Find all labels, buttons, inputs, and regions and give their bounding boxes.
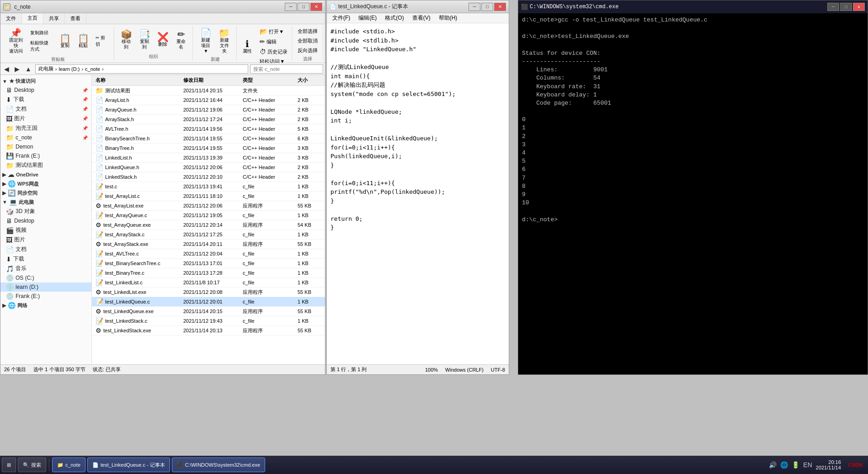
cmd-maximize-btn[interactable]: □ <box>840 3 852 11</box>
search-input[interactable] <box>250 64 323 74</box>
forward-btn[interactable]: ▶ <box>13 64 21 74</box>
sidebar-item-learndrive[interactable]: 💿 learn (D:) <box>0 282 91 292</box>
notepad-minimize-btn[interactable]: ─ <box>469 3 480 11</box>
taskbar-notepad-btn[interactable]: 📄 test_LinkedQueue.c - 记事本 <box>87 458 170 472</box>
rename-btn[interactable]: ✏ 重命名 <box>173 28 189 51</box>
file-row[interactable]: ⚙ test_LinkedList.exe 2021/11/12 20:08 应… <box>92 288 325 297</box>
sidebar-item-video[interactable]: 🎬 视频 <box>0 225 91 235</box>
tab-home[interactable]: 主页 <box>22 13 43 24</box>
explorer-close-btn[interactable]: ✕ <box>310 3 322 11</box>
copy-to-btn[interactable]: 📑 复制到 <box>136 28 153 51</box>
sidebar-item-docs[interactable]: 📄 文档 📌 <box>0 104 91 114</box>
move-to-btn[interactable]: 📦 移动到 <box>118 28 134 51</box>
csdn-icon[interactable]: CSDN <box>848 462 863 468</box>
explorer-maximize-btn[interactable]: □ <box>298 3 309 11</box>
sidebar-item-downloads[interactable]: ⬇ 下载 📌 <box>0 95 91 104</box>
sidebar-item-demon[interactable]: 📁 Demon <box>0 142 91 151</box>
lang-icon[interactable]: EN <box>803 461 812 469</box>
sidebar-onedrive-header[interactable]: ▶ ☁ OneDrive <box>0 170 91 179</box>
paste-btn[interactable]: 📋 粘贴 <box>75 32 91 50</box>
start-button[interactable]: ⊞ <box>2 458 16 472</box>
sidebar-item-desktop2[interactable]: 🖥 Desktop <box>0 216 91 225</box>
sidebar-item-docs2[interactable]: 📄 文档 <box>0 245 91 254</box>
menu-view[interactable]: 查看(V) <box>409 13 434 23</box>
tab-file[interactable]: 文件 <box>0 13 22 24</box>
invert-selection-btn[interactable]: 反向选择 <box>295 46 320 55</box>
up-btn[interactable]: ▲ <box>23 64 33 74</box>
file-row[interactable]: 📄 ArrayQueue.h 2021/11/12 19:06 C/C++ He… <box>92 105 325 115</box>
sidebar-item-dl2[interactable]: ⬇ 下载 <box>0 254 91 264</box>
copy-btn[interactable]: 📋 复制 <box>57 32 73 50</box>
file-row[interactable]: 📝 test_LinkedQueue.c 2021/11/12 20:01 c_… <box>92 297 325 307</box>
file-row[interactable]: 📄 AVLTree.h 2021/11/14 19:56 C/C++ Heade… <box>92 124 325 134</box>
file-row[interactable]: 📄 BinarySearchTree.h 2021/11/14 19:55 C/… <box>92 134 325 144</box>
file-row[interactable]: ⚙ test_ArrayQueue.exe 2021/11/12 20:14 应… <box>92 220 325 230</box>
sidebar-network-header[interactable]: ▶ 🌐 网络 <box>0 301 91 310</box>
notepad-close-btn[interactable]: ✕ <box>494 3 506 11</box>
menu-file[interactable]: 文件(F) <box>329 13 354 23</box>
paste-shortcut-btn[interactable]: 粘贴快捷方式 <box>28 38 55 54</box>
sidebar-item-pics2[interactable]: 🖼 图片 <box>0 235 91 245</box>
sidebar-item-paoke[interactable]: 📁 泡壳王国 📌 <box>0 123 91 133</box>
menu-help[interactable]: 帮助(H) <box>435 13 461 23</box>
sidebar-item-frankdrive[interactable]: 💿 Frank (E:) <box>0 292 91 301</box>
open-btn[interactable]: 📂 打开▼ <box>257 27 290 36</box>
back-btn[interactable]: ◀ <box>2 64 11 74</box>
pin-quickaccess-btn[interactable]: 📌 固定到快速访问 <box>6 27 26 55</box>
taskbar-explorer-btn[interactable]: 📁 c_note <box>52 458 85 472</box>
sidebar-item-testresult[interactable]: 📁 测试结果图 <box>0 160 91 170</box>
file-row[interactable]: 📝 test.c 2021/11/13 19:41 c_file 1 KB <box>92 182 325 192</box>
cmd-minimize-btn[interactable]: ─ <box>827 3 839 11</box>
menu-format[interactable]: 格式(O) <box>381 13 407 23</box>
tab-share[interactable]: 共享 <box>43 13 65 24</box>
sidebar-item-desktop[interactable]: 🖥 Desktop 📌 <box>0 85 91 95</box>
history-btn[interactable]: ⏱ 历史记录 <box>257 47 290 56</box>
file-row[interactable]: 📝 test_ArrayStack.c 2021/11/12 17:25 c_f… <box>92 230 325 240</box>
explorer-minimize-btn[interactable]: ─ <box>285 3 297 11</box>
cmd-content[interactable]: d:\c_note>gcc -o test_LinkedQueue test_L… <box>518 13 868 374</box>
new-folder-btn[interactable]: 📁 新建文件夹 <box>216 27 233 55</box>
edit-btn[interactable]: ✏ 编辑 <box>257 37 290 46</box>
volume-icon[interactable]: 🔊 <box>769 461 777 469</box>
file-row[interactable]: ⚙ test_ArrayList.exe 2021/11/12 20:06 应用… <box>92 201 325 211</box>
battery-icon[interactable]: 🔋 <box>792 461 799 469</box>
file-row[interactable]: ⚙ test_ArrayStack.exe 2021/11/14 20:11 应… <box>92 240 325 249</box>
new-item-btn[interactable]: 📄 新建项目▼ <box>197 27 214 55</box>
address-field[interactable]: 此电脑 › learn (D:) › c_note › <box>35 64 248 74</box>
sidebar-wps-header[interactable]: ▶ 🌐 WPS网盘 <box>0 179 91 188</box>
sidebar-item-osdrive[interactable]: 💿 OS (C:) <box>0 273 91 282</box>
file-row[interactable]: 📄 LinkedList.h 2021/11/13 19:39 C/C++ He… <box>92 153 325 163</box>
file-row[interactable]: ⚙ test_LinkedQueue.exe 2021/11/14 20:15 … <box>92 307 325 316</box>
file-row[interactable]: 📄 BinaryTree.h 2021/11/14 19:55 C/C++ He… <box>92 144 325 153</box>
file-row[interactable]: 📄 LinkedStack.h 2021/11/12 20:10 C/C++ H… <box>92 172 325 182</box>
sidebar-item-frank[interactable]: 💾 Frank (E:) <box>0 151 91 160</box>
file-row[interactable]: 📄 ArrayList.h 2021/11/12 16:44 C/C++ Hea… <box>92 96 325 105</box>
col-size[interactable]: 大小 <box>296 76 323 85</box>
file-row[interactable]: 📝 test_LinkedStack.c 2021/11/12 19:43 c_… <box>92 316 325 326</box>
taskbar-cmd-btn[interactable]: ⬛ C:\WINDOWS\system32\cmd.exe <box>172 458 265 472</box>
sidebar-item-3d[interactable]: 🎲 3D 对象 <box>0 207 91 216</box>
file-row[interactable]: 📁 测试结果图 2021/11/14 20:15 文件夹 <box>92 86 325 96</box>
col-type[interactable]: 类型 <box>241 76 296 85</box>
notepad-maximize-btn[interactable]: □ <box>481 3 493 11</box>
file-row[interactable]: ⚙ test_LinkedStack.exe 2021/11/14 20:13 … <box>92 326 325 336</box>
file-row[interactable]: 📄 ArrayStack.h 2021/11/12 17:24 C/C++ He… <box>92 115 325 124</box>
file-row[interactable]: 📝 test_BinarySearchTree.c 2021/11/13 17:… <box>92 259 325 268</box>
sidebar-quickaccess-header[interactable]: ▼ ★ 快速访问 <box>0 77 91 85</box>
search-button[interactable]: 🔍 搜索 <box>18 458 46 472</box>
notepad-editor[interactable]: #include <stdio.h> #include <stdlib.h> #… <box>327 23 509 364</box>
sidebar-item-cnote[interactable]: 📁 c_note 📌 <box>0 133 91 142</box>
delete-btn[interactable]: ❌ 删除 <box>154 31 171 48</box>
menu-edit[interactable]: 编辑(E) <box>355 13 380 23</box>
cmd-close-btn[interactable]: ✕ <box>853 3 865 11</box>
deselect-all-btn[interactable]: 全部取消 <box>295 37 320 45</box>
select-all-btn[interactable]: 全部选择 <box>295 27 320 36</box>
copy-path-btn[interactable]: 复制路径 <box>28 28 55 37</box>
properties-btn[interactable]: ℹ 属性 <box>239 38 256 55</box>
col-name[interactable]: 名称 <box>94 76 181 85</box>
sidebar-item-music[interactable]: 🎵 音乐 <box>0 264 91 273</box>
cut-btn[interactable]: ✂ 剪切 <box>93 33 110 49</box>
sidebar-thispc-header[interactable]: ▼ 💻 此电脑 <box>0 197 91 207</box>
sidebar-sync-header[interactable]: ▶ 🔄 同步空间 <box>0 188 91 197</box>
file-row[interactable]: 📝 test_ArrayList.c 2021/11/11 18:10 c_fi… <box>92 192 325 201</box>
